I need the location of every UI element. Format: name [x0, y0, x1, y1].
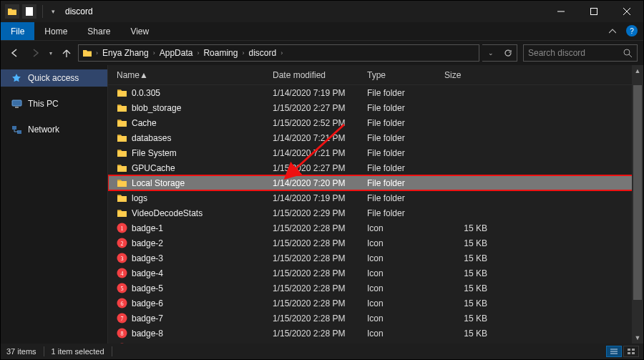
computer-icon: [11, 98, 22, 110]
file-name: blob_storage: [132, 103, 181, 113]
file-name: badge-7: [132, 313, 163, 323]
file-row[interactable]: 5badge-51/15/2020 2:28 PMIcon15 KB: [108, 281, 643, 296]
file-list-pane: Name▲ Date modified Type Size 0.0.3051/1…: [108, 65, 643, 344]
chevron-right-icon[interactable]: ›: [240, 49, 245, 57]
file-row[interactable]: 6badge-61/15/2020 2:28 PMIcon15 KB: [108, 296, 643, 311]
column-header-name[interactable]: Name▲: [117, 65, 148, 85]
file-size: [444, 130, 487, 145]
chevron-right-icon[interactable]: ›: [279, 49, 284, 57]
help-icon[interactable]: ?: [626, 25, 638, 37]
scroll-up-icon[interactable]: ▲: [632, 65, 643, 77]
address-dropdown-icon[interactable]: ⌄: [482, 45, 499, 61]
svg-rect-37: [628, 349, 630, 351]
scroll-down-icon[interactable]: ▼: [632, 332, 643, 344]
column-header-type[interactable]: Type: [367, 65, 386, 85]
file-size: 15 KB: [444, 281, 487, 296]
file-row[interactable]: 2badge-21/15/2020 2:28 PMIcon15 KB: [108, 235, 643, 250]
tab-share[interactable]: Share: [77, 22, 120, 40]
tab-home[interactable]: Home: [34, 22, 77, 40]
svg-text:4: 4: [121, 271, 124, 277]
search-icon: [623, 49, 633, 58]
refresh-button[interactable]: [499, 45, 517, 61]
file-date: 1/15/2020 2:28 PM: [273, 311, 345, 326]
title-bar: ▾ discord: [1, 1, 643, 22]
chevron-right-icon[interactable]: ›: [152, 49, 157, 57]
file-row[interactable]: GPUCache1/15/2020 2:27 PMFile folder: [108, 160, 643, 175]
view-large-button[interactable]: [623, 346, 639, 357]
scrollbar-thumb[interactable]: [633, 85, 642, 300]
file-type: Icon: [367, 220, 384, 235]
file-row[interactable]: Local Storage1/14/2020 7:20 PMFile folde…: [108, 175, 643, 190]
file-row[interactable]: Cache1/15/2020 2:52 PMFile folder: [108, 115, 643, 130]
file-type: File folder: [367, 85, 405, 100]
star-icon: [11, 72, 22, 84]
navigation-pane: Quick access This PC Network: [1, 65, 108, 344]
file-name: badge-3: [132, 253, 163, 263]
chevron-right-icon[interactable]: ›: [94, 49, 99, 57]
file-name: badge-1: [132, 223, 163, 233]
svg-rect-2: [591, 9, 597, 15]
file-date: 1/15/2020 2:28 PM: [273, 296, 345, 311]
sort-asc-icon: ▲: [140, 70, 148, 80]
svg-text:7: 7: [121, 316, 124, 322]
vertical-scrollbar[interactable]: ▲ ▼: [632, 65, 643, 344]
breadcrumb-item[interactable]: Enya Zhang: [101, 48, 150, 58]
breadcrumb-item[interactable]: Roaming: [202, 48, 239, 58]
breadcrumb-item[interactable]: discord: [247, 48, 278, 58]
quick-access-toolbar: ▾: [1, 1, 58, 22]
badge-icon: 1: [117, 223, 127, 233]
file-type: Icon: [367, 250, 384, 266]
folder-icon[interactable]: [5, 4, 19, 19]
file-name: logs: [132, 193, 147, 203]
file-row[interactable]: 4badge-41/15/2020 2:28 PMIcon15 KB: [108, 266, 643, 281]
file-type: File folder: [367, 100, 405, 115]
file-row[interactable]: blob_storage1/15/2020 2:27 PMFile folder: [108, 100, 643, 115]
sidebar-item-network[interactable]: Network: [1, 121, 107, 138]
file-size: 15 KB: [444, 266, 487, 281]
search-placeholder: Search discord: [528, 48, 623, 58]
address-bar[interactable]: › Enya Zhang › AppData › Roaming › disco…: [78, 44, 479, 62]
file-name: 0.0.305: [132, 88, 160, 98]
folder-icon: [117, 88, 127, 97]
minimize-button[interactable]: [545, 1, 577, 22]
history-dropdown-icon[interactable]: ▾: [47, 44, 55, 62]
file-name: badge-8: [132, 329, 163, 339]
file-row[interactable]: 7badge-71/15/2020 2:28 PMIcon15 KB: [108, 311, 643, 326]
ribbon-collapse-icon[interactable]: [609, 22, 622, 40]
close-button[interactable]: [610, 1, 643, 22]
file-row[interactable]: 3badge-31/15/2020 2:28 PMIcon15 KB: [108, 250, 643, 266]
back-button[interactable]: [6, 44, 24, 62]
file-row[interactable]: logs1/14/2020 7:19 PMFile folder: [108, 190, 643, 205]
file-row[interactable]: 1badge-11/15/2020 2:28 PMIcon15 KB: [108, 220, 643, 235]
column-header-date[interactable]: Date modified: [273, 65, 326, 85]
tab-view[interactable]: View: [120, 22, 159, 40]
navigation-bar: ▾ › Enya Zhang › AppData › Roaming › dis…: [1, 41, 643, 65]
file-date: 1/15/2020 2:28 PM: [273, 220, 345, 235]
chevron-right-icon[interactable]: ›: [195, 49, 200, 57]
file-row[interactable]: databases1/14/2020 7:21 PMFile folder: [108, 130, 643, 145]
breadcrumb-item[interactable]: AppData: [158, 48, 195, 58]
file-type: Icon: [367, 326, 384, 341]
up-button[interactable]: [58, 44, 75, 62]
search-input[interactable]: Search discord: [523, 44, 638, 62]
file-type: Icon: [367, 235, 384, 250]
file-row[interactable]: File System1/14/2020 7:21 PMFile folder: [108, 145, 643, 160]
sidebar-item-quick-access[interactable]: Quick access: [1, 69, 107, 87]
sidebar-item-label: This PC: [28, 99, 59, 109]
file-type: Icon: [367, 266, 384, 281]
file-date: 1/15/2020 2:52 PM: [273, 115, 345, 130]
file-row[interactable]: VideoDecodeStats1/15/2020 2:29 PMFile fo…: [108, 205, 643, 220]
qat-dropdown-icon[interactable]: ▾: [49, 8, 58, 15]
tab-file[interactable]: File: [1, 22, 34, 40]
status-divider: [112, 346, 112, 356]
explorer-body: Quick access This PC Network Name▲ Date …: [1, 65, 643, 344]
forward-button[interactable]: [26, 44, 44, 62]
status-divider: [44, 346, 44, 356]
file-row[interactable]: 8badge-81/15/2020 2:28 PMIcon15 KB: [108, 326, 643, 341]
maximize-button[interactable]: [577, 1, 610, 22]
sidebar-item-this-pc[interactable]: This PC: [1, 95, 107, 112]
view-details-button[interactable]: [606, 346, 622, 357]
column-header-size[interactable]: Size: [444, 65, 461, 85]
document-icon[interactable]: [22, 4, 36, 19]
file-row[interactable]: 0.0.3051/14/2020 7:19 PMFile folder: [108, 85, 643, 100]
